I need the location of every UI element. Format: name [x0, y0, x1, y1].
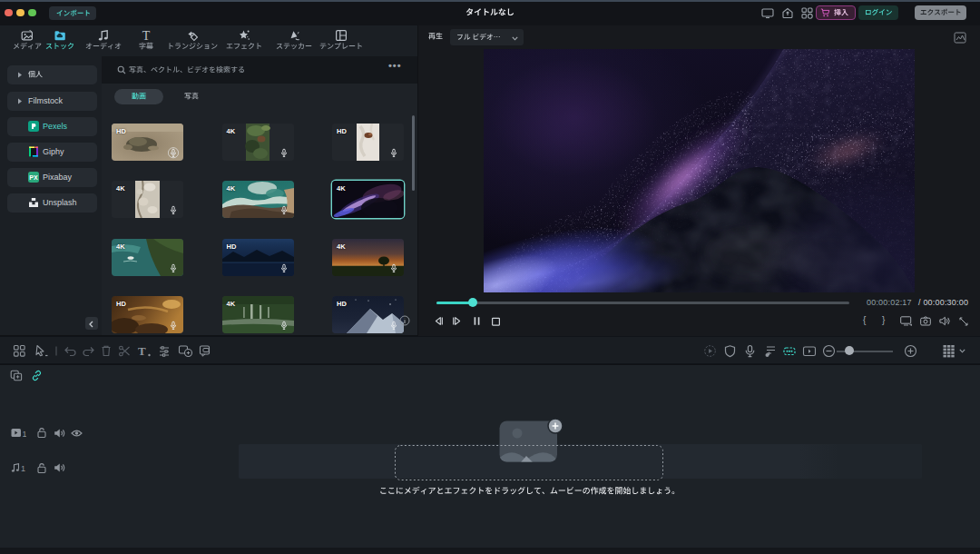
svg-text:PX: PX	[29, 174, 38, 181]
svg-text:1: 1	[23, 429, 27, 438]
svg-text:T: T	[138, 344, 146, 358]
svg-text:T: T	[142, 29, 151, 42]
svg-text:1: 1	[21, 464, 25, 473]
